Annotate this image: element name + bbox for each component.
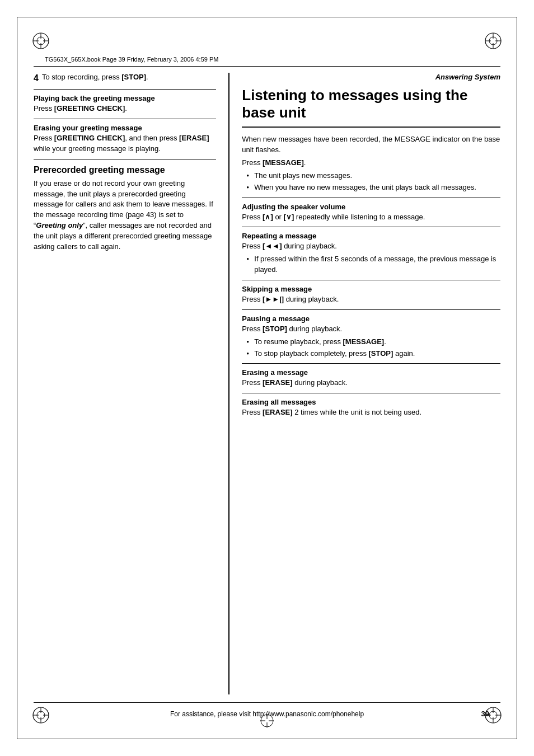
divider-1 bbox=[34, 89, 216, 90]
repeating-bullet: If pressed within the first 5 seconds of… bbox=[246, 254, 500, 275]
step-4-text: To stop recording, press [STOP]. bbox=[42, 73, 148, 83]
divider-r2 bbox=[242, 227, 500, 227]
header-meta: TG563X_565X.book Page 39 Friday, Februar… bbox=[45, 56, 218, 63]
erasing-message-body: Press [ERASE] during playback. bbox=[242, 378, 500, 388]
greeting-only-text: Greeting only bbox=[36, 221, 83, 229]
divider-r4 bbox=[242, 309, 500, 310]
erase-key-2: [ERASE] bbox=[263, 378, 292, 387]
up-key: [∧] bbox=[263, 213, 273, 221]
prerecorded-section: Prerecorded greeting message If you eras… bbox=[34, 165, 216, 252]
message-key-1: [MESSAGE] bbox=[263, 158, 304, 167]
rewind-key: [◄◄] bbox=[263, 242, 282, 250]
press-message-text: Press [MESSAGE]. bbox=[242, 158, 500, 168]
bullet-no-new-messages: When you have no new messages, the unit … bbox=[246, 182, 500, 193]
erase-key-3: [ERASE] bbox=[263, 408, 292, 416]
prerecorded-heading: Prerecorded greeting message bbox=[34, 165, 216, 175]
skipping-title: Skipping a message bbox=[242, 285, 500, 293]
erasing-all-section: Erasing all messages Press [ERASE] 2 tim… bbox=[242, 398, 500, 418]
pausing-title: Pausing a message bbox=[242, 314, 500, 323]
left-column: 4 To stop recording, press [STOP]. Playi… bbox=[34, 73, 229, 694]
divider-r1 bbox=[242, 198, 500, 198]
prerecorded-body: If you erase or do not record your own g… bbox=[34, 179, 216, 252]
header-line bbox=[34, 66, 500, 67]
divider-r3 bbox=[242, 280, 500, 280]
divider-r5 bbox=[242, 363, 500, 364]
footer-line bbox=[34, 702, 500, 703]
repeating-section: Repeating a message Press [◄◄] during pl… bbox=[242, 232, 500, 275]
content-area: 4 To stop recording, press [STOP]. Playi… bbox=[34, 73, 500, 694]
pausing-body: Press [STOP] during playback. bbox=[242, 324, 500, 335]
message-key-2: [MESSAGE] bbox=[343, 337, 385, 346]
stop-key-2: [STOP] bbox=[263, 325, 287, 333]
playback-body: Press [GREETING CHECK]. bbox=[34, 104, 216, 114]
adjusting-title: Adjusting the speaker volume bbox=[242, 203, 500, 211]
down-key: [∨] bbox=[284, 213, 294, 221]
repeating-bullets: If pressed within the first 5 seconds of… bbox=[246, 254, 500, 275]
erasing-message-section: Erasing a message Press [ERASE] during p… bbox=[242, 368, 500, 388]
divider-3 bbox=[34, 159, 216, 159]
divider-r6 bbox=[242, 393, 500, 393]
skip-key: [►►|] bbox=[263, 295, 284, 303]
right-column: Answering System Listening to messages u… bbox=[229, 73, 500, 694]
playback-title: Playing back the greeting message bbox=[34, 94, 216, 102]
intro-text: When new messages have been recorded, th… bbox=[242, 134, 500, 156]
erasing-greeting-title: Erasing your greeting message bbox=[34, 124, 216, 132]
erasing-message-title: Erasing a message bbox=[242, 368, 500, 377]
playback-section: Playing back the greeting message Press … bbox=[34, 94, 216, 114]
divider-2 bbox=[34, 119, 216, 119]
erase-key-1: [ERASE] bbox=[179, 134, 209, 142]
adjusting-body: Press [∧] or [∨] repeatedly while listen… bbox=[242, 212, 500, 223]
greeting-check-key-2: [GREETING CHECK] bbox=[54, 134, 125, 142]
erasing-greeting-body: Press [GREETING CHECK], and then press [… bbox=[34, 133, 216, 154]
step-number: 4 bbox=[34, 73, 39, 83]
intro-bullets: The unit plays new messages. When you ha… bbox=[246, 171, 500, 193]
page-number: 39 bbox=[481, 710, 489, 718]
repeating-body: Press [◄◄] during playback. bbox=[242, 241, 500, 252]
bullet-new-messages: The unit plays new messages. bbox=[246, 171, 500, 181]
adjusting-section: Adjusting the speaker volume Press [∧] o… bbox=[242, 203, 500, 223]
pausing-section: Pausing a message Press [STOP] during pl… bbox=[242, 314, 500, 359]
erasing-all-title: Erasing all messages bbox=[242, 398, 500, 406]
main-title: Listening to messages using the base uni… bbox=[242, 87, 500, 128]
stop-key: [STOP] bbox=[121, 73, 146, 81]
section-heading: Answering System bbox=[242, 73, 500, 81]
pausing-bullet-2: To stop playback completely, press [STOP… bbox=[246, 349, 500, 359]
pausing-bullets: To resume playback, press [MESSAGE]. To … bbox=[246, 337, 500, 359]
stop-key-3: [STOP] bbox=[369, 349, 394, 358]
skipping-section: Skipping a message Press [►►|] during pl… bbox=[242, 285, 500, 305]
skipping-body: Press [►►|] during playback. bbox=[242, 294, 500, 305]
greeting-check-key-1: [GREETING CHECK] bbox=[54, 104, 125, 112]
pausing-bullet-1: To resume playback, press [MESSAGE]. bbox=[246, 337, 500, 348]
erasing-all-body: Press [ERASE] 2 times while the unit is … bbox=[242, 407, 500, 418]
erasing-greeting-section: Erasing your greeting message Press [GRE… bbox=[34, 124, 216, 154]
repeating-title: Repeating a message bbox=[242, 232, 500, 240]
step-4: 4 To stop recording, press [STOP]. bbox=[34, 73, 216, 83]
bottom-center-mark bbox=[259, 712, 275, 731]
